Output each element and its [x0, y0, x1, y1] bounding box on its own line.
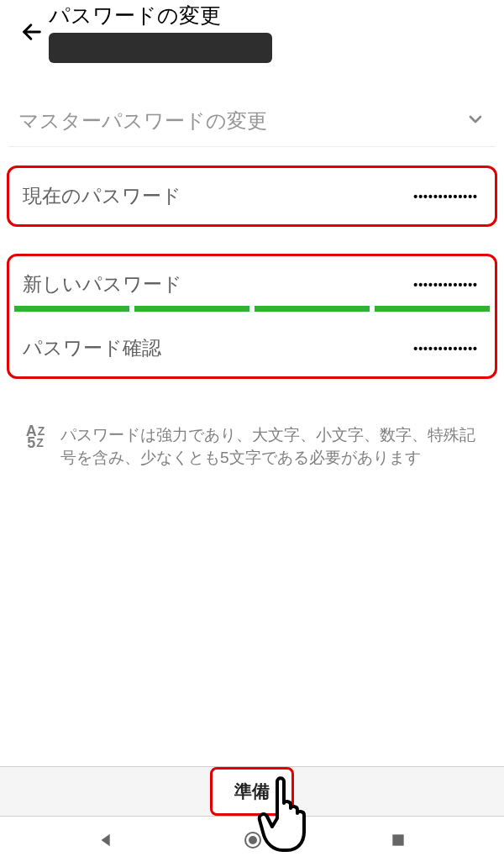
android-nav-bar	[0, 817, 504, 867]
strength-segment	[14, 306, 129, 312]
az5-icon: AZ 5Z	[20, 424, 50, 449]
field-label: パスワード確認	[23, 335, 161, 361]
nav-back-icon[interactable]	[97, 831, 116, 853]
page-title: パスワードの変更	[49, 2, 272, 29]
nav-home-icon[interactable]	[243, 830, 263, 854]
divider	[8, 146, 496, 147]
field-label: 現在のパスワード	[23, 183, 181, 209]
strength-segment	[375, 306, 490, 312]
confirm-password-field[interactable]: パスワード確認 •••••••••••••	[9, 313, 495, 376]
password-hint: AZ 5Z パスワードは強力であり、大文字、小文字、数字、特殊記号を含み、少なく…	[0, 424, 504, 469]
ready-button[interactable]: 準備	[210, 767, 294, 816]
section-label: マスターパスワードの変更	[18, 108, 267, 134]
svg-rect-4	[393, 834, 404, 845]
field-value: •••••••••••••	[413, 278, 478, 292]
header: パスワードの変更	[0, 0, 504, 66]
back-button[interactable]	[15, 15, 49, 49]
current-password-box: 現在のパスワード •••••••••••••	[7, 166, 497, 227]
password-strength-meter	[9, 306, 495, 313]
field-value: •••••••••••••	[413, 342, 478, 355]
section-master-password[interactable]: マスターパスワードの変更	[0, 104, 504, 138]
svg-marker-1	[101, 834, 109, 847]
field-label: 新しいパスワード	[23, 271, 182, 297]
field-value: •••••••••••••	[413, 190, 478, 203]
ready-button-label: 準備	[234, 781, 270, 801]
svg-point-3	[249, 836, 257, 844]
new-password-box: 新しいパスワード ••••••••••••• パスワード確認 •••••••••…	[7, 254, 497, 379]
redacted-subtitle	[49, 33, 272, 63]
current-password-field[interactable]: 現在のパスワード •••••••••••••	[9, 168, 495, 224]
strength-segment	[255, 306, 370, 312]
strength-segment	[134, 306, 249, 312]
nav-recent-icon[interactable]	[390, 832, 407, 852]
arrow-left-icon	[20, 20, 44, 44]
bottom-action-bar: 準備	[0, 766, 504, 817]
hint-text: パスワードは強力であり、大文字、小文字、数字、特殊記号を含み、少なくとも5文字で…	[60, 424, 484, 469]
new-password-field[interactable]: 新しいパスワード •••••••••••••	[9, 256, 495, 306]
chevron-down-icon	[465, 109, 486, 133]
